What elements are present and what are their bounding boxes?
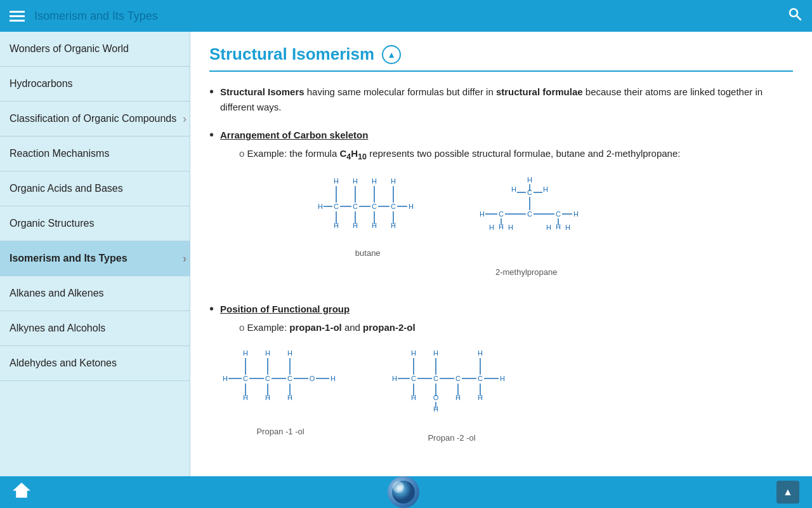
svg-line-1 xyxy=(797,16,801,20)
heading2: Position of Functional group xyxy=(220,304,350,314)
carbon-skeleton-bullet: • Arrangement of Carbon skeleton o Examp… xyxy=(209,128,793,292)
sidebar-item-aldehydes[interactable]: Aldehydes and Ketones xyxy=(0,346,190,381)
search-icon[interactable] xyxy=(787,6,802,25)
sidebar-item-reaction[interactable]: Reaction Mechanisms xyxy=(0,137,190,171)
para1-bold2: structural formulae xyxy=(496,86,583,97)
svg-text:C: C xyxy=(353,203,358,210)
propan1-molecule: H H H H C C C xyxy=(220,348,341,439)
scroll-up-button[interactable]: ▲ xyxy=(776,481,799,504)
svg-text:H: H xyxy=(500,375,505,382)
butane-label: butane xyxy=(317,247,419,260)
app-logo[interactable] xyxy=(388,476,419,508)
carbon-skeleton-text: Arrangement of Carbon skeleton o Example… xyxy=(220,128,680,292)
svg-text:C: C xyxy=(478,375,483,382)
propan2-bold: propan-2-ol xyxy=(363,322,416,333)
svg-text:H: H xyxy=(318,203,323,210)
svg-text:C: C xyxy=(243,375,248,382)
svg-text:H: H xyxy=(223,375,228,382)
svg-marker-104 xyxy=(14,483,29,497)
bullet-dot-3: • xyxy=(209,302,214,458)
methylpropane-molecule: H C H H xyxy=(469,176,584,279)
propan2-label: Propan -2 -ol xyxy=(391,432,512,445)
sidebar-arrow: › xyxy=(183,112,187,126)
svg-text:H: H xyxy=(243,349,248,357)
svg-text:H: H xyxy=(391,177,396,185)
svg-text:H: H xyxy=(480,210,485,218)
bullet-dot-2: • xyxy=(209,128,214,292)
svg-text:H: H xyxy=(527,176,532,184)
molecules-row-1: H H H H H H xyxy=(220,176,680,279)
section-header: Structural Isomerism ▲ xyxy=(209,44,793,72)
svg-text:H: H xyxy=(265,349,270,357)
sidebar-item-alkanes[interactable]: Alkanes and Alkenes xyxy=(0,276,190,311)
svg-text:C: C xyxy=(287,375,292,382)
sidebar-item-classification[interactable]: Classification of Organic Compounds › xyxy=(0,102,190,137)
main-layout: Wonders of Organic World Hydrocarbons Cl… xyxy=(0,32,812,476)
home-icon[interactable] xyxy=(13,481,30,503)
svg-text:C: C xyxy=(411,375,416,382)
propan1-label: Propan -1 -ol xyxy=(220,425,341,439)
functional-group-bullet: • Position of Functional group o Example… xyxy=(209,302,793,458)
sidebar-item-wonders[interactable]: Wonders of Organic World xyxy=(0,32,190,67)
svg-text:H: H xyxy=(334,177,339,185)
svg-text:H: H xyxy=(511,185,516,193)
svg-text:C: C xyxy=(455,375,461,382)
svg-text:H: H xyxy=(478,349,483,357)
sidebar: Wonders of Organic World Hydrocarbons Cl… xyxy=(0,32,190,476)
svg-text:H: H xyxy=(543,185,548,193)
bullet-dot-1: • xyxy=(209,84,214,115)
bottom-bar: ▲ xyxy=(0,476,812,508)
svg-text:H: H xyxy=(508,224,513,231)
methylpropane-label: 2-methylpropane xyxy=(469,266,584,279)
sidebar-item-isomerism[interactable]: Isomerism and Its Types › xyxy=(0,241,190,276)
butane-molecule: H H H H H H xyxy=(317,176,419,260)
structural-isomers-bullet: • Structural Isomers having same molecul… xyxy=(209,84,793,115)
svg-point-105 xyxy=(392,481,415,504)
svg-text:C: C xyxy=(433,375,438,382)
svg-point-106 xyxy=(395,484,404,492)
svg-text:O: O xyxy=(310,375,315,382)
propan1-bold: propan-1-ol xyxy=(289,322,342,333)
top-bar: Isomerism and Its Types xyxy=(0,0,812,32)
sidebar-item-structures[interactable]: Organic Structures xyxy=(0,206,190,241)
carbon-skeleton-sub: o Example: the formula C4H10 represents … xyxy=(233,146,680,163)
svg-text:H: H xyxy=(353,177,358,185)
heading1: Arrangement of Carbon skeleton xyxy=(220,130,368,140)
app-title: Isomerism and Its Types xyxy=(34,10,158,23)
hamburger-icon[interactable] xyxy=(10,11,25,22)
content-area: Structural Isomerism ▲ • Structural Isom… xyxy=(190,32,812,476)
functional-group-text: Position of Functional group o Example: … xyxy=(220,302,512,458)
para1-text: Structural Isomers having same molecular… xyxy=(220,84,793,115)
up-circle-icon[interactable]: ▲ xyxy=(382,45,401,64)
svg-text:H: H xyxy=(409,203,414,210)
svg-text:H: H xyxy=(331,375,336,382)
svg-text:H: H xyxy=(411,349,416,357)
active-arrow: › xyxy=(183,252,187,265)
svg-text:H: H xyxy=(287,349,292,357)
svg-text:H: H xyxy=(489,224,494,231)
svg-text:C: C xyxy=(265,375,270,382)
sidebar-item-hydrocarbons[interactable]: Hydrocarbons xyxy=(0,67,190,102)
svg-text:H: H xyxy=(546,224,551,231)
functional-group-sub: o Example: propan-1-ol and propan-2-ol xyxy=(233,320,512,335)
svg-text:C: C xyxy=(499,210,504,218)
svg-text:C: C xyxy=(391,203,396,210)
sidebar-item-alkynes[interactable]: Alkynes and Alcohols xyxy=(0,311,190,346)
svg-text:C: C xyxy=(527,210,532,218)
svg-text:C: C xyxy=(334,203,339,210)
top-bar-left: Isomerism and Its Types xyxy=(10,10,158,23)
section-title: Structural Isomerism xyxy=(209,44,374,64)
sidebar-item-acids[interactable]: Organic Acids and Bases xyxy=(0,171,190,206)
para1-bold: Structural Isomers xyxy=(220,86,304,97)
svg-text:C: C xyxy=(556,210,561,218)
propan2-molecule: H H H H C C C xyxy=(391,348,512,445)
svg-text:H: H xyxy=(573,210,579,218)
svg-text:H: H xyxy=(392,375,397,382)
svg-text:H: H xyxy=(565,224,570,231)
svg-text:H: H xyxy=(372,177,377,185)
svg-text:H: H xyxy=(433,349,438,357)
molecules-row-2: H H H H C C C xyxy=(220,348,512,445)
svg-text:C: C xyxy=(372,203,377,210)
